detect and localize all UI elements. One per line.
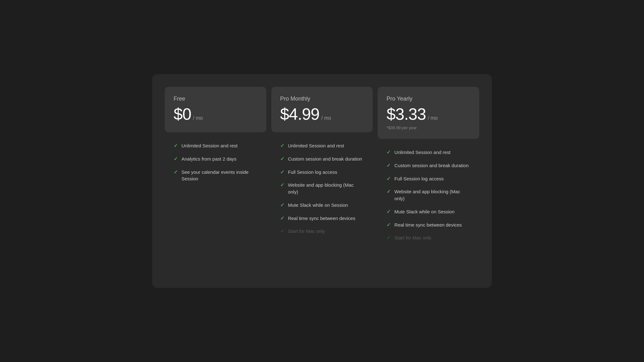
plan-header-free: Free$0/ mo (165, 87, 266, 132)
feature-list-pro-yearly: ✓Unlimited Session and rest✓Custom sessi… (386, 149, 470, 241)
feature-text: Website and app blocking (Mac only) (288, 182, 364, 195)
list-item: ✓Analytics from past 2 days (174, 156, 258, 162)
feature-text: Full Session log access (288, 169, 337, 176)
list-item: ✓Unlimited Session and rest (386, 149, 470, 156)
check-icon: ✓ (386, 149, 391, 155)
plan-price-pro-monthly: $4.99 (280, 105, 319, 123)
list-item: ✓See your calendar events inside Session (174, 169, 258, 183)
check-icon: ✓ (280, 156, 284, 162)
feature-text: Real time sync between devices (394, 222, 462, 228)
list-item: ✓Full Session log access (280, 169, 364, 176)
feature-text-truncated: Start for Mac only (394, 234, 431, 241)
check-icon: ✓ (280, 215, 284, 221)
plan-price-pro-yearly: $3.33 (386, 105, 426, 123)
check-icon: ✓ (280, 202, 284, 208)
list-item: ✓Website and app blocking (Mac only) (386, 188, 470, 202)
feature-text: Unlimited Session and rest (181, 142, 237, 149)
plan-price-row-pro-yearly: $3.33/ mo (386, 105, 470, 123)
check-icon: ✓ (174, 143, 178, 149)
feature-text: Unlimited Session and rest (288, 142, 344, 149)
feature-text: Analytics from past 2 days (181, 156, 236, 162)
list-item: ✓Real time sync between devices (386, 222, 470, 228)
list-item-truncated: ✓Start for Mac only (280, 228, 364, 235)
feature-text: Website and app blocking (Mac only) (394, 188, 470, 202)
feature-text-truncated: Start for Mac only (288, 228, 325, 235)
list-item: ✓Website and app blocking (Mac only) (280, 182, 364, 195)
plan-period-pro-monthly: / mo (321, 115, 331, 121)
check-icon: ✓ (280, 182, 284, 188)
plan-name-free: Free (174, 96, 258, 102)
pricing-container: Free$0/ mo✓Unlimited Session and rest✓An… (152, 74, 492, 288)
plan-period-pro-yearly: / mo (428, 115, 437, 121)
check-icon: ✓ (174, 156, 178, 162)
plan-price-free: $0 (174, 105, 191, 123)
list-item: ✓Custom session and break duration (280, 156, 364, 162)
plan-header-pro-yearly: Pro Yearly$3.33/ mo*$39.99 per year (378, 87, 479, 139)
plan-card-pro-yearly: Pro Yearly$3.33/ mo*$39.99 per year✓Unli… (378, 87, 479, 254)
list-item-truncated: ✓Start for Mac only (386, 234, 470, 241)
check-icon: ✓ (280, 169, 284, 175)
plan-price-row-free: $0/ mo (174, 105, 258, 123)
check-icon: ✓ (386, 176, 391, 182)
list-item: ✓Mute Slack while on Session (386, 208, 470, 215)
list-item: ✓Custom session and break duration (386, 162, 470, 169)
plan-features-free: ✓Unlimited Session and rest✓Analytics fr… (165, 132, 266, 254)
feature-text: Mute Slack while on Session (394, 208, 454, 215)
plan-price-row-pro-monthly: $4.99/ mo (280, 105, 364, 123)
plan-header-pro-monthly: Pro Monthly$4.99/ mo (271, 87, 373, 132)
feature-text: Real time sync between devices (288, 215, 355, 222)
list-item: ✓Unlimited Session and rest (280, 142, 364, 149)
plan-features-pro-monthly: ✓Unlimited Session and rest✓Custom sessi… (271, 132, 373, 254)
feature-list-pro-monthly: ✓Unlimited Session and rest✓Custom sessi… (280, 142, 364, 235)
feature-text: Custom session and break duration (288, 156, 362, 162)
feature-text: Mute Slack while on Session (288, 202, 348, 209)
plan-card-pro-monthly: Pro Monthly$4.99/ mo✓Unlimited Session a… (271, 87, 373, 254)
list-item: ✓Mute Slack while on Session (280, 202, 364, 209)
list-item: ✓Unlimited Session and rest (174, 142, 258, 149)
plan-card-free: Free$0/ mo✓Unlimited Session and rest✓An… (165, 87, 266, 254)
plan-period-free: / mo (193, 115, 203, 121)
check-icon: ✓ (174, 169, 178, 175)
check-icon: ✓ (386, 189, 391, 195)
plan-name-pro-monthly: Pro Monthly (280, 96, 364, 102)
feature-text: See your calendar events inside Session (181, 169, 258, 183)
plan-features-pro-yearly: ✓Unlimited Session and rest✓Custom sessi… (378, 139, 479, 254)
check-icon: ✓ (386, 209, 391, 215)
feature-text: Full Session log access (394, 175, 444, 182)
feature-text: Custom session and break duration (394, 162, 469, 169)
check-icon: ✓ (386, 222, 391, 228)
check-icon: ✓ (280, 143, 284, 149)
check-icon: ✓ (280, 228, 284, 234)
check-icon: ✓ (386, 235, 391, 241)
feature-list-free: ✓Unlimited Session and rest✓Analytics fr… (174, 142, 258, 182)
feature-text: Unlimited Session and rest (394, 149, 450, 156)
plan-name-pro-yearly: Pro Yearly (386, 96, 470, 102)
list-item: ✓Full Session log access (386, 175, 470, 182)
plan-note-pro-yearly: *$39.99 per year (386, 125, 470, 130)
list-item: ✓Real time sync between devices (280, 215, 364, 222)
check-icon: ✓ (386, 162, 391, 168)
pricing-grid: Free$0/ mo✓Unlimited Session and rest✓An… (165, 87, 479, 254)
